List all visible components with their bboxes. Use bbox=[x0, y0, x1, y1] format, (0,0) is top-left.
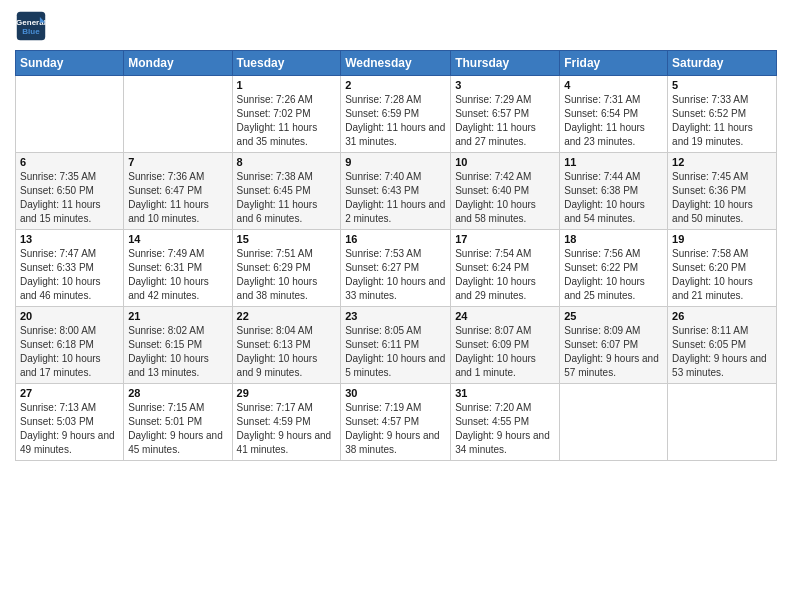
day-number: 7 bbox=[128, 156, 227, 168]
calendar-cell: 1Sunrise: 7:26 AM Sunset: 7:02 PM Daylig… bbox=[232, 76, 341, 153]
day-info: Sunrise: 8:00 AM Sunset: 6:18 PM Dayligh… bbox=[20, 324, 119, 380]
calendar-cell: 18Sunrise: 7:56 AM Sunset: 6:22 PM Dayli… bbox=[560, 230, 668, 307]
calendar-cell: 7Sunrise: 7:36 AM Sunset: 6:47 PM Daylig… bbox=[124, 153, 232, 230]
day-number: 12 bbox=[672, 156, 772, 168]
day-info: Sunrise: 7:44 AM Sunset: 6:38 PM Dayligh… bbox=[564, 170, 663, 226]
calendar-week-row: 6Sunrise: 7:35 AM Sunset: 6:50 PM Daylig… bbox=[16, 153, 777, 230]
day-number: 17 bbox=[455, 233, 555, 245]
page: General Blue SundayMondayTuesdayWednesda… bbox=[0, 0, 792, 612]
day-number: 28 bbox=[128, 387, 227, 399]
calendar-cell: 12Sunrise: 7:45 AM Sunset: 6:36 PM Dayli… bbox=[668, 153, 777, 230]
day-info: Sunrise: 7:58 AM Sunset: 6:20 PM Dayligh… bbox=[672, 247, 772, 303]
day-number: 4 bbox=[564, 79, 663, 91]
logo: General Blue bbox=[15, 10, 47, 42]
day-info: Sunrise: 7:20 AM Sunset: 4:55 PM Dayligh… bbox=[455, 401, 555, 457]
day-info: Sunrise: 7:17 AM Sunset: 4:59 PM Dayligh… bbox=[237, 401, 337, 457]
day-number: 18 bbox=[564, 233, 663, 245]
calendar-cell: 24Sunrise: 8:07 AM Sunset: 6:09 PM Dayli… bbox=[451, 307, 560, 384]
day-number: 24 bbox=[455, 310, 555, 322]
day-info: Sunrise: 8:07 AM Sunset: 6:09 PM Dayligh… bbox=[455, 324, 555, 380]
day-number: 11 bbox=[564, 156, 663, 168]
calendar-cell: 11Sunrise: 7:44 AM Sunset: 6:38 PM Dayli… bbox=[560, 153, 668, 230]
day-info: Sunrise: 7:33 AM Sunset: 6:52 PM Dayligh… bbox=[672, 93, 772, 149]
day-number: 1 bbox=[237, 79, 337, 91]
calendar-cell: 23Sunrise: 8:05 AM Sunset: 6:11 PM Dayli… bbox=[341, 307, 451, 384]
day-number: 29 bbox=[237, 387, 337, 399]
day-number: 2 bbox=[345, 79, 446, 91]
day-number: 25 bbox=[564, 310, 663, 322]
day-number: 3 bbox=[455, 79, 555, 91]
calendar-cell bbox=[124, 76, 232, 153]
day-info: Sunrise: 7:29 AM Sunset: 6:57 PM Dayligh… bbox=[455, 93, 555, 149]
day-info: Sunrise: 8:02 AM Sunset: 6:15 PM Dayligh… bbox=[128, 324, 227, 380]
calendar-cell: 8Sunrise: 7:38 AM Sunset: 6:45 PM Daylig… bbox=[232, 153, 341, 230]
day-number: 27 bbox=[20, 387, 119, 399]
day-info: Sunrise: 8:04 AM Sunset: 6:13 PM Dayligh… bbox=[237, 324, 337, 380]
day-info: Sunrise: 7:49 AM Sunset: 6:31 PM Dayligh… bbox=[128, 247, 227, 303]
calendar-cell: 31Sunrise: 7:20 AM Sunset: 4:55 PM Dayli… bbox=[451, 384, 560, 461]
day-info: Sunrise: 7:45 AM Sunset: 6:36 PM Dayligh… bbox=[672, 170, 772, 226]
calendar-cell: 25Sunrise: 8:09 AM Sunset: 6:07 PM Dayli… bbox=[560, 307, 668, 384]
day-info: Sunrise: 8:09 AM Sunset: 6:07 PM Dayligh… bbox=[564, 324, 663, 380]
calendar-cell bbox=[16, 76, 124, 153]
day-info: Sunrise: 7:38 AM Sunset: 6:45 PM Dayligh… bbox=[237, 170, 337, 226]
calendar-day-header: Wednesday bbox=[341, 51, 451, 76]
day-number: 5 bbox=[672, 79, 772, 91]
day-info: Sunrise: 7:19 AM Sunset: 4:57 PM Dayligh… bbox=[345, 401, 446, 457]
day-info: Sunrise: 7:53 AM Sunset: 6:27 PM Dayligh… bbox=[345, 247, 446, 303]
day-number: 21 bbox=[128, 310, 227, 322]
calendar-cell: 3Sunrise: 7:29 AM Sunset: 6:57 PM Daylig… bbox=[451, 76, 560, 153]
calendar-header-row: SundayMondayTuesdayWednesdayThursdayFrid… bbox=[16, 51, 777, 76]
calendar-cell: 13Sunrise: 7:47 AM Sunset: 6:33 PM Dayli… bbox=[16, 230, 124, 307]
calendar-cell bbox=[560, 384, 668, 461]
calendar-day-header: Thursday bbox=[451, 51, 560, 76]
header: General Blue bbox=[15, 10, 777, 42]
day-info: Sunrise: 7:31 AM Sunset: 6:54 PM Dayligh… bbox=[564, 93, 663, 149]
calendar-week-row: 27Sunrise: 7:13 AM Sunset: 5:03 PM Dayli… bbox=[16, 384, 777, 461]
calendar-cell: 30Sunrise: 7:19 AM Sunset: 4:57 PM Dayli… bbox=[341, 384, 451, 461]
day-info: Sunrise: 7:54 AM Sunset: 6:24 PM Dayligh… bbox=[455, 247, 555, 303]
calendar-cell: 22Sunrise: 8:04 AM Sunset: 6:13 PM Dayli… bbox=[232, 307, 341, 384]
calendar-table: SundayMondayTuesdayWednesdayThursdayFrid… bbox=[15, 50, 777, 461]
day-info: Sunrise: 7:56 AM Sunset: 6:22 PM Dayligh… bbox=[564, 247, 663, 303]
calendar-cell: 14Sunrise: 7:49 AM Sunset: 6:31 PM Dayli… bbox=[124, 230, 232, 307]
day-info: Sunrise: 7:13 AM Sunset: 5:03 PM Dayligh… bbox=[20, 401, 119, 457]
calendar-day-header: Saturday bbox=[668, 51, 777, 76]
calendar-cell: 4Sunrise: 7:31 AM Sunset: 6:54 PM Daylig… bbox=[560, 76, 668, 153]
calendar-cell: 2Sunrise: 7:28 AM Sunset: 6:59 PM Daylig… bbox=[341, 76, 451, 153]
day-number: 10 bbox=[455, 156, 555, 168]
day-info: Sunrise: 7:26 AM Sunset: 7:02 PM Dayligh… bbox=[237, 93, 337, 149]
day-number: 22 bbox=[237, 310, 337, 322]
day-number: 6 bbox=[20, 156, 119, 168]
day-info: Sunrise: 7:51 AM Sunset: 6:29 PM Dayligh… bbox=[237, 247, 337, 303]
day-info: Sunrise: 7:40 AM Sunset: 6:43 PM Dayligh… bbox=[345, 170, 446, 226]
calendar-cell: 20Sunrise: 8:00 AM Sunset: 6:18 PM Dayli… bbox=[16, 307, 124, 384]
day-info: Sunrise: 8:11 AM Sunset: 6:05 PM Dayligh… bbox=[672, 324, 772, 380]
calendar-cell: 5Sunrise: 7:33 AM Sunset: 6:52 PM Daylig… bbox=[668, 76, 777, 153]
calendar-week-row: 20Sunrise: 8:00 AM Sunset: 6:18 PM Dayli… bbox=[16, 307, 777, 384]
calendar-cell bbox=[668, 384, 777, 461]
day-number: 31 bbox=[455, 387, 555, 399]
calendar-cell: 27Sunrise: 7:13 AM Sunset: 5:03 PM Dayli… bbox=[16, 384, 124, 461]
day-info: Sunrise: 7:36 AM Sunset: 6:47 PM Dayligh… bbox=[128, 170, 227, 226]
calendar-day-header: Sunday bbox=[16, 51, 124, 76]
day-number: 9 bbox=[345, 156, 446, 168]
day-number: 16 bbox=[345, 233, 446, 245]
day-number: 26 bbox=[672, 310, 772, 322]
day-info: Sunrise: 7:28 AM Sunset: 6:59 PM Dayligh… bbox=[345, 93, 446, 149]
day-number: 15 bbox=[237, 233, 337, 245]
calendar-cell: 21Sunrise: 8:02 AM Sunset: 6:15 PM Dayli… bbox=[124, 307, 232, 384]
day-info: Sunrise: 8:05 AM Sunset: 6:11 PM Dayligh… bbox=[345, 324, 446, 380]
day-info: Sunrise: 7:42 AM Sunset: 6:40 PM Dayligh… bbox=[455, 170, 555, 226]
day-number: 13 bbox=[20, 233, 119, 245]
calendar-cell: 6Sunrise: 7:35 AM Sunset: 6:50 PM Daylig… bbox=[16, 153, 124, 230]
day-number: 23 bbox=[345, 310, 446, 322]
calendar-cell: 16Sunrise: 7:53 AM Sunset: 6:27 PM Dayli… bbox=[341, 230, 451, 307]
calendar-day-header: Tuesday bbox=[232, 51, 341, 76]
day-number: 8 bbox=[237, 156, 337, 168]
calendar-cell: 26Sunrise: 8:11 AM Sunset: 6:05 PM Dayli… bbox=[668, 307, 777, 384]
calendar-cell: 29Sunrise: 7:17 AM Sunset: 4:59 PM Dayli… bbox=[232, 384, 341, 461]
day-number: 19 bbox=[672, 233, 772, 245]
calendar-week-row: 1Sunrise: 7:26 AM Sunset: 7:02 PM Daylig… bbox=[16, 76, 777, 153]
calendar-day-header: Friday bbox=[560, 51, 668, 76]
